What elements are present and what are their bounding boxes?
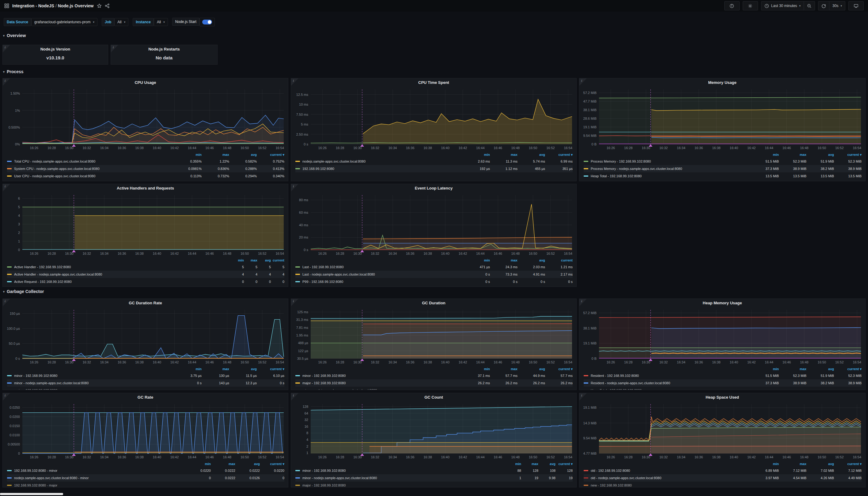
- legend-row[interactable]: nodejs.sample-apps.svc.cluster.local:808…: [7, 474, 284, 482]
- legend-row[interactable]: minor - nodejs.sample-apps.svc.cluster.l…: [7, 379, 284, 387]
- legend-sort-current[interactable]: current ▾: [257, 153, 284, 157]
- panel-title[interactable]: CPU Time Spent: [291, 78, 576, 87]
- legend-sort-avg[interactable]: avg: [257, 259, 271, 262]
- legend-sort-min[interactable]: min: [504, 462, 521, 466]
- legend-sort-min[interactable]: min: [462, 259, 490, 262]
- legend-row[interactable]: old - 192.168.99.102:80806.89 MiB7.12 Mi…: [584, 467, 862, 474]
- refresh-button[interactable]: [818, 1, 829, 10]
- dashboard-folder[interactable]: Integration - NodeJS: [12, 3, 54, 8]
- legend-row[interactable]: minor - nodejs.sample-apps.svc.cluster.l…: [295, 474, 573, 482]
- dashboard-grid-icon[interactable]: [4, 3, 9, 8]
- refresh-interval-dropdown[interactable]: 30s ▾: [829, 1, 845, 10]
- legend-sort-current[interactable]: current: [545, 259, 573, 262]
- legend-row[interactable]: 192.168.99.102:8080192 µs1.12 ms455 µs35…: [295, 165, 573, 172]
- legend-row[interactable]: Process Memory - nodejs.sample-apps.svc.…: [584, 165, 862, 172]
- panel-title[interactable]: Event Loop Latency: [291, 184, 576, 192]
- job-dropdown[interactable]: All▾: [114, 18, 128, 26]
- panel-info-icon[interactable]: i: [579, 299, 587, 306]
- time-series-chart[interactable]: 19.1 MiB14.3 MiB9.54 MiB4.77 MiB16:2616:…: [579, 402, 865, 461]
- legend-row[interactable]: Last - nodejs.sample-apps.svc.cluster.lo…: [295, 271, 573, 278]
- panel-info-icon[interactable]: i: [291, 78, 299, 86]
- legend-sort-current[interactable]: current ▾: [257, 367, 284, 371]
- legend-row[interactable]: P99 - 192.168.99.102:80800 s0 s0 s0 s: [295, 278, 573, 285]
- legend-row[interactable]: minor - 192.168.99.102:80803.75 µs130 µs…: [7, 372, 284, 379]
- panel-title[interactable]: CPU Usage: [3, 78, 288, 87]
- legend-sort-current[interactable]: current ▾: [555, 462, 573, 466]
- legend-row[interactable]: 192.168.99.102:8080 - minor0.02200.02220…: [7, 467, 284, 474]
- legend-row[interactable]: Heap Total - 192.168.99.102:808013.5 MiB…: [584, 172, 862, 180]
- section-process[interactable]: ▾Process: [3, 69, 24, 74]
- legend-row[interactable]: Heap Total - 192.168.99.102:8080: [584, 387, 862, 390]
- legend-sort-min[interactable]: min: [462, 153, 490, 156]
- time-series-chart[interactable]: 654321016:2616:2816:3016:3216:3416:3616:…: [3, 192, 288, 257]
- legend-sort-max[interactable]: max: [490, 259, 517, 262]
- legend-sort-max[interactable]: max: [202, 367, 229, 371]
- legend-row[interactable]: Resident - 192.168.99.102:808051.5 MiB52…: [584, 372, 862, 379]
- panel-title[interactable]: Heap Memory Usage: [579, 299, 865, 307]
- legend-sort-avg[interactable]: avg: [538, 462, 555, 466]
- legend-row[interactable]: new - 192.168.99.102:8080: [584, 482, 862, 487]
- legend-row[interactable]: Process Memory - 192.168.99.102:808051.5…: [584, 158, 862, 165]
- legend-sort-current[interactable]: current ▾: [260, 462, 284, 466]
- panel-title[interactable]: Node.js Version: [3, 45, 108, 53]
- legend-sort-avg[interactable]: avg: [806, 367, 834, 371]
- legend-sort-avg[interactable]: avg: [517, 153, 545, 156]
- panel-info-icon[interactable]: i: [3, 299, 10, 306]
- legend-row[interactable]: Active Handler - nodejs.sample-apps.svc.…: [7, 271, 284, 278]
- legend-sort-avg[interactable]: avg: [235, 462, 260, 466]
- legend-row[interactable]: major - 192.168.99.102:808026.2 ms26.2 m…: [295, 379, 573, 387]
- legend-sort-max[interactable]: max: [211, 462, 235, 466]
- legend-sort-current[interactable]: current ▾: [834, 153, 862, 157]
- legend-row[interactable]: Active Request - 192.168.99.102:80800000: [7, 278, 284, 285]
- legend-row[interactable]: Resident - nodejs.sample-apps.svc.cluste…: [584, 379, 862, 387]
- legend-sort-min[interactable]: min: [174, 153, 202, 156]
- panel-info-icon[interactable]: i: [111, 45, 118, 52]
- panel-title[interactable]: Heap Space Used: [579, 393, 865, 402]
- panel-info-icon[interactable]: i: [291, 393, 299, 401]
- panel-title[interactable]: Memory Usage: [579, 78, 865, 87]
- legend-sort-min[interactable]: min: [230, 259, 244, 262]
- legend-row[interactable]: Last - 192.168.99.102:8080471 µs24.3 ms2…: [295, 263, 573, 271]
- legend-sort-max[interactable]: max: [779, 153, 806, 156]
- legend-sort-max[interactable]: max: [244, 259, 257, 262]
- legend-sort-current[interactable]: current: [271, 259, 284, 262]
- time-series-chart[interactable]: 80 ms60 ms40 ms20 ms0 s16:2616:2816:3016…: [291, 192, 576, 257]
- time-series-chart[interactable]: 0.02500.02000.01500.01000.00500016:2616:…: [3, 402, 288, 461]
- cycle-view-mode-button[interactable]: [848, 1, 864, 11]
- panel-info-icon[interactable]: i: [579, 78, 587, 86]
- legend-sort-max[interactable]: max: [202, 153, 229, 156]
- nodejs-start-toggle[interactable]: [199, 18, 215, 26]
- legend-sort-avg[interactable]: avg: [517, 259, 545, 262]
- panel-info-icon[interactable]: i: [291, 184, 299, 191]
- legend-row[interactable]: System CPU - nodejs.sample-apps.svc.clus…: [7, 165, 284, 172]
- legend-sort-max[interactable]: max: [521, 462, 538, 466]
- instance-dropdown[interactable]: All▾: [154, 18, 168, 26]
- legend-sort-current[interactable]: current ▾: [834, 367, 862, 371]
- legend-sort-min[interactable]: min: [174, 367, 202, 371]
- legend-row[interactable]: nodejs.sample-apps.svc.cluster.local:808…: [295, 158, 573, 165]
- dashboard-settings-button[interactable]: [743, 1, 758, 11]
- legend-row[interactable]: Total CPU - nodejs.sample-apps.svc.clust…: [7, 158, 284, 165]
- legend-row[interactable]: major - 192.168.99.102:8080: [7, 387, 284, 390]
- horizontal-scrollbar-thumb[interactable]: [0, 493, 63, 495]
- legend-sort-avg[interactable]: avg: [806, 462, 834, 466]
- time-series-chart[interactable]: 128643216842116:2616:2816:3016:3216:3416…: [291, 402, 576, 461]
- legend-row[interactable]: major - 192.168.99.102:8080: [295, 482, 573, 487]
- legend-sort-max[interactable]: max: [779, 367, 806, 371]
- legend-row[interactable]: 192.168.99.102:8080 - major: [7, 482, 284, 487]
- time-range-button[interactable]: Last 30 minutes ▾: [761, 1, 804, 10]
- panel-info-icon[interactable]: i: [3, 184, 10, 191]
- legend-sort-max[interactable]: max: [490, 153, 517, 156]
- legend-row[interactable]: minor - nodejs.sample-apps.svc.cluster.l…: [295, 387, 573, 390]
- time-series-chart[interactable]: 57.2 MiB47.7 MiB38.1 MiB28.6 MiB19.1 MiB…: [579, 87, 865, 152]
- panel-title[interactable]: Node.js Restarts: [111, 45, 217, 53]
- time-series-chart[interactable]: 57.2 MiB38.1 MiB19.1 MiB0 B16:2616:2816:…: [579, 307, 865, 366]
- panel-info-icon[interactable]: i: [579, 393, 587, 401]
- legend-row[interactable]: User CPU - nodejs.sample-apps.svc.cluste…: [7, 172, 284, 180]
- legend-sort-current[interactable]: current ▾: [834, 462, 862, 466]
- breadcrumb[interactable]: Integration - NodeJS/Node.js Overview: [12, 3, 94, 8]
- panel-info-icon[interactable]: i: [3, 45, 10, 52]
- legend-sort-current[interactable]: current ▾: [545, 367, 573, 371]
- section-garbage-collector[interactable]: ▾Garbage Collector: [3, 289, 44, 294]
- panel-title[interactable]: GC Rate: [3, 393, 288, 402]
